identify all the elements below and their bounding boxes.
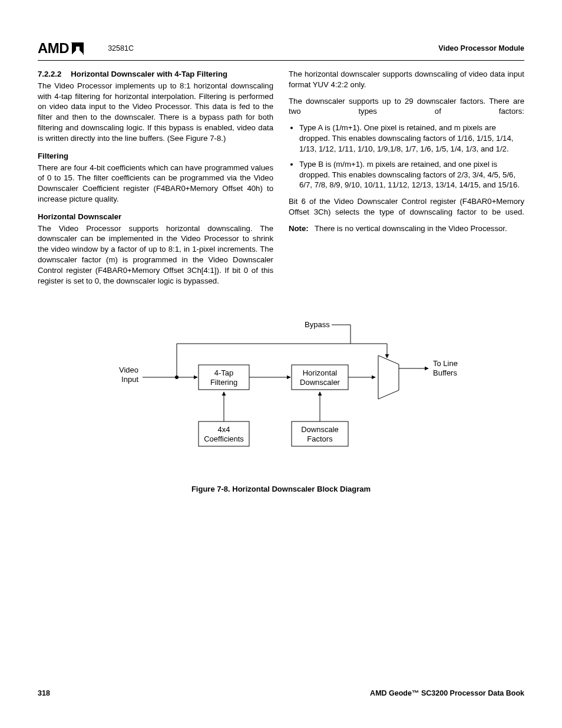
diag-mux (378, 355, 399, 399)
book-title: AMD Geode™ SC3200 Processor Data Book (370, 689, 524, 697)
diag-out-label2: Buffers (433, 368, 457, 377)
diag-coef-label2: Coefficients (204, 434, 244, 443)
diag-coef-label1: 4x4 (218, 425, 230, 434)
page-number: 318 (38, 689, 50, 697)
diag-bypass-label: Bypass (305, 320, 330, 329)
page-footer: 318 AMD Geode™ SC3200 Processor Data Boo… (38, 689, 524, 697)
amd-logo: AMD (38, 40, 84, 57)
paragraph: Bit 6 of the Video Downscaler Control re… (289, 196, 524, 218)
paragraph: The Video Processor implements up to 8:1… (38, 81, 273, 144)
list-item: Type B is (m/m+1). m pixels are retained… (299, 159, 524, 190)
diag-input-label: Input (121, 375, 138, 384)
header-left: AMD 32581C (38, 40, 134, 57)
section-number: 7.2.2.2 (38, 70, 61, 78)
diag-tap-label2: Filtering (210, 378, 237, 387)
figure-caption: Figure 7-8. Horizontal Downscaler Block … (38, 485, 524, 493)
diag-hd-label1: Horizontal (303, 368, 338, 377)
page-header: AMD 32581C Video Processor Module (38, 40, 524, 61)
paragraph: The horizontal downscaler supports downs… (289, 69, 524, 90)
two-column-body: 7.2.2.2Horizontal Downscaler with 4-Tap … (38, 69, 524, 286)
diag-tap-label1: 4-Tap (214, 368, 234, 377)
diag-df-label1: Downscale (301, 425, 339, 434)
bullet-list: Type A is (1/m+1). One pixel is retained… (289, 123, 524, 190)
list-item: Type A is (1/m+1). One pixel is retained… (299, 123, 524, 154)
paragraph: There are four 4-bit coefficients which … (38, 163, 273, 205)
diag-df-label2: Factors (307, 434, 333, 443)
module-title: Video Processor Module (438, 44, 524, 52)
diag-out-label1: To Line (433, 359, 458, 368)
sub-heading-filtering: Filtering (38, 151, 273, 162)
paragraph: The downscaler supports up to 29 downsca… (289, 96, 524, 117)
figure-wrapper: Bypass Video Input 4-Tap Filtering Horiz… (38, 309, 524, 493)
section-heading: 7.2.2.2Horizontal Downscaler with 4-Tap … (38, 69, 273, 80)
logo-text: AMD (38, 40, 69, 57)
block-diagram: Bypass Video Input 4-Tap Filtering Horiz… (75, 309, 487, 475)
doc-number: 32581C (108, 44, 134, 52)
note-block: Note: There is no vertical downscaling i… (289, 223, 524, 234)
note-text: There is no vertical downscaling in the … (315, 223, 507, 234)
amd-arrow-icon (71, 42, 84, 55)
sub-heading-hds: Horizontal Downscaler (38, 212, 273, 222)
section-title: Horizontal Downscaler with 4-Tap Filteri… (71, 70, 227, 78)
diag-video-label: Video (119, 365, 138, 374)
diag-hd-label2: Downscaler (300, 378, 340, 387)
paragraph: The Video Processor supports horizontal … (38, 223, 273, 286)
note-label: Note: (289, 223, 315, 234)
